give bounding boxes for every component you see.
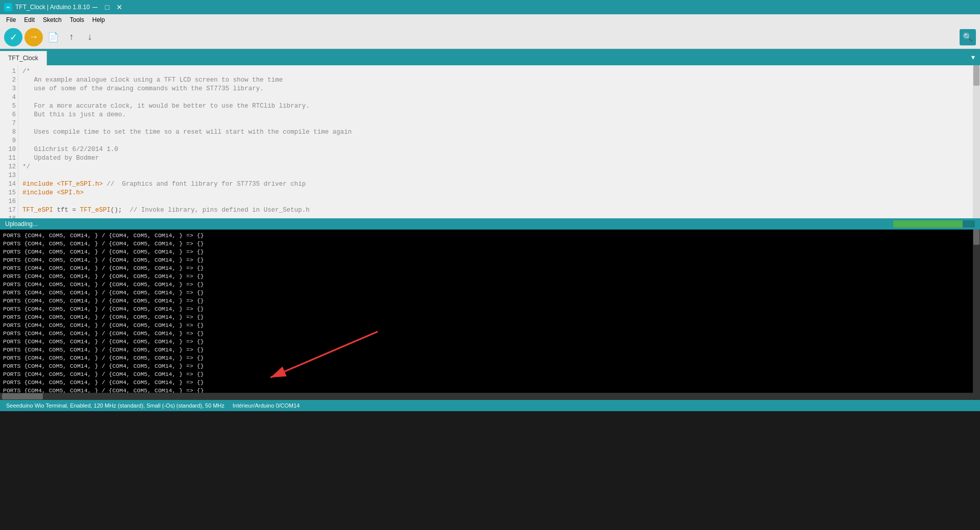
maximize-button[interactable]: □ (102, 2, 112, 12)
tab-tft-clock[interactable]: TFT_Clock (0, 51, 47, 65)
console-scrollbar[interactable] (973, 230, 980, 393)
board-status: Seeeduino Wio Terminal, Enabled, 120 MHz… (4, 402, 227, 409)
open-button[interactable]: ↑ (63, 29, 80, 45)
search-button[interactable]: 🔍 (960, 29, 976, 45)
menu-file[interactable]: File (2, 15, 20, 24)
toolbar-right: 🔍 (960, 29, 976, 45)
code-content[interactable]: /* An example analogue clock using a TFT… (18, 65, 973, 218)
port-status: Intérieur/Arduino 0/COM14 (231, 402, 302, 409)
menu-sketch[interactable]: Sketch (39, 15, 66, 24)
new-button[interactable]: 📄 (45, 29, 61, 45)
horizontal-scrollbar-thumb[interactable] (2, 393, 43, 399)
status-bar-bottom: Seeeduino Wio Terminal, Enabled, 120 MHz… (0, 400, 980, 411)
close-button[interactable]: ✕ (114, 2, 125, 12)
title-bar-controls: ─ □ ✕ (90, 2, 125, 12)
menu-help[interactable]: Help (88, 15, 109, 24)
upload-button[interactable]: → (24, 28, 43, 46)
menu-bar: File Edit Sketch Tools Help (0, 14, 980, 26)
title-bar-text: TFT_Clock | Arduino 1.8.10 (15, 4, 90, 11)
title-bar: ∞ TFT_Clock | Arduino 1.8.10 ─ □ ✕ (0, 0, 980, 14)
console-content: PORTS {COM4, COM5, COM14, } / {COM4, COM… (0, 230, 973, 393)
save-button[interactable]: ↓ (82, 29, 98, 45)
editor-area: 123456789101112131415161718 /* An exampl… (0, 65, 980, 218)
menu-edit[interactable]: Edit (20, 15, 39, 24)
verify-button[interactable]: ✓ (4, 28, 22, 46)
console-area: PORTS {COM4, COM5, COM14, } / {COM4, COM… (0, 230, 980, 393)
app-icon: ∞ (4, 3, 12, 11)
progress-bar-fill (893, 220, 963, 228)
line-numbers: 123456789101112131415161718 (0, 65, 18, 218)
console-wrapper: PORTS {COM4, COM5, COM14, } / {COM4, COM… (0, 230, 980, 393)
minimize-button[interactable]: ─ (90, 2, 100, 12)
uploading-text: Uploading... (5, 220, 38, 228)
console-scrollbar-thumb[interactable] (973, 230, 979, 245)
editor-scrollbar[interactable] (973, 65, 980, 218)
toolbar: ✓ → 📄 ↑ ↓ 🔍 (0, 26, 980, 49)
editor-scrollbar-thumb[interactable] (973, 65, 979, 86)
horizontal-scrollbar[interactable] (0, 393, 980, 400)
menu-tools[interactable]: Tools (66, 15, 88, 24)
tab-bar: TFT_Clock ▾ (0, 49, 980, 65)
status-bar-uploading: Uploading... (0, 218, 980, 230)
progress-bar-container (893, 220, 975, 228)
tab-dropdown-button[interactable]: ▾ (966, 49, 980, 65)
